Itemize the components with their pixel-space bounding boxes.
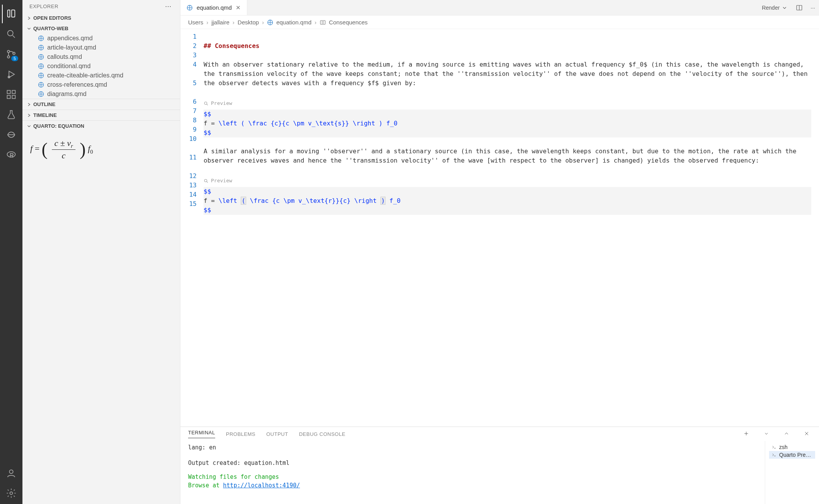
svg-point-1 <box>7 50 10 53</box>
file-item[interactable]: diagrams.qmd <box>32 89 180 99</box>
preview-codelens[interactable]: Preview <box>204 97 811 110</box>
heading-line[interactable]: ## Consequences <box>204 42 260 50</box>
code-line[interactable] <box>204 32 811 41</box>
timeline-label: TIMELINE <box>33 112 57 118</box>
terminal-list-item[interactable]: zsh <box>769 443 815 451</box>
line-numbers: 1 2 3 4 5 6 7 8 9 10 11 12 13 14 15 <box>180 29 204 427</box>
panel-tab-debug-console[interactable]: DEBUG CONSOLE <box>299 431 345 437</box>
quarto-equation-label: QUARTO: EQUATION <box>33 123 84 129</box>
file-list: appendices.qmd article-layout.qmd callou… <box>22 34 180 99</box>
file-label: conditional.qmd <box>47 63 91 70</box>
panel-tab-output[interactable]: OUTPUT <box>266 431 288 437</box>
activity-search-icon[interactable] <box>2 25 21 43</box>
code-line[interactable] <box>204 165 811 175</box>
quarto-file-icon <box>38 91 44 97</box>
activity-explorer-icon[interactable] <box>2 5 21 23</box>
terminal-line: Browse at http://localhost:4190/ <box>188 481 757 490</box>
file-item[interactable]: cross-references.qmd <box>32 80 180 89</box>
file-item[interactable]: appendices.qmd <box>32 34 180 43</box>
svg-rect-7 <box>12 95 15 98</box>
quarto-file-icon <box>187 5 193 11</box>
terminal-dropdown-icon[interactable] <box>762 430 771 438</box>
breadcrumb[interactable]: Users› jjallaire› Desktop› equation.qmd›… <box>180 15 819 29</box>
timeline-header[interactable]: TIMELINE <box>22 110 180 120</box>
svg-rect-8 <box>12 91 15 94</box>
panel-tabs: TERMINAL PROBLEMS OUTPUT DEBUG CONSOLE <box>180 427 819 441</box>
tab-more-icon[interactable]: ··· <box>807 5 819 11</box>
breadcrumb-part[interactable]: jjallaire <box>211 19 230 26</box>
file-item[interactable]: article-layout.qmd <box>32 43 180 52</box>
svg-point-9 <box>7 152 15 157</box>
math-delim[interactable]: $$ <box>204 129 211 136</box>
editor-tab[interactable]: equation.qmd ✕ <box>180 0 247 15</box>
code-content[interactable]: ## Consequences With an observer station… <box>204 29 819 427</box>
open-editors-label: OPEN EDITORS <box>33 15 71 21</box>
panel-tab-problems[interactable]: PROBLEMS <box>226 431 255 437</box>
code-line[interactable] <box>204 215 811 224</box>
quarto-file-icon <box>38 63 44 69</box>
quarto-file-icon <box>38 82 44 88</box>
workspace-header[interactable]: QUARTO-WEB <box>22 23 180 34</box>
file-label: callouts.qmd <box>47 53 82 60</box>
svg-point-11 <box>10 492 13 495</box>
breadcrumb-part[interactable]: Consequences <box>329 19 368 26</box>
panel-tab-terminal[interactable]: TERMINAL <box>188 430 215 438</box>
bottom-panel: TERMINAL PROBLEMS OUTPUT DEBUG CONSOLE l… <box>180 427 819 504</box>
explorer-sidebar: EXPLORER ··· OPEN EDITORS QUARTO-WEB app… <box>22 0 180 504</box>
activity-r-icon[interactable] <box>2 146 21 164</box>
close-tab-icon[interactable]: ✕ <box>236 4 241 11</box>
terminal-list-item[interactable]: Quarto Pre… <box>769 451 815 459</box>
new-terminal-icon[interactable] <box>742 430 751 438</box>
breadcrumb-part[interactable]: Users <box>188 19 203 26</box>
activity-testing-icon[interactable] <box>2 105 21 124</box>
svg-point-23 <box>204 102 207 105</box>
open-editors-header[interactable]: OPEN EDITORS <box>22 13 180 23</box>
sidebar-more-icon[interactable]: ··· <box>163 2 173 10</box>
equation-preview: f = ( c ± vr c ) f0 <box>22 131 180 168</box>
file-item[interactable]: create-citeable-articles.qmd <box>32 71 180 80</box>
quarto-file-icon <box>38 72 44 79</box>
preview-codelens[interactable]: Preview <box>204 175 811 187</box>
terminal-output[interactable]: lang: en Output created: equation.html W… <box>180 441 765 504</box>
activity-settings-gear-icon[interactable] <box>2 484 21 502</box>
code-line[interactable] <box>204 88 811 97</box>
breadcrumb-part[interactable]: Desktop <box>238 19 259 26</box>
file-item[interactable]: conditional.qmd <box>32 62 180 71</box>
paragraph-line[interactable]: With an observer stationary relative to … <box>204 60 811 88</box>
heading-symbol-icon <box>320 19 326 26</box>
math-line[interactable]: f = \left ( \frac {c}{c \pm v_\text{s}} … <box>204 119 811 128</box>
quarto-file-icon <box>38 45 44 51</box>
tab-filename: equation.qmd <box>197 4 232 11</box>
split-editor-icon[interactable] <box>792 4 807 11</box>
file-label: diagrams.qmd <box>47 91 86 98</box>
code-editor[interactable]: 1 2 3 4 5 6 7 8 9 10 11 12 13 14 15 ## C… <box>180 29 819 427</box>
math-delim[interactable]: $$ <box>204 206 211 214</box>
math-delim[interactable]: $$ <box>204 188 211 195</box>
terminal-line: Output created: equation.html <box>188 459 757 467</box>
activity-bar: 5 <box>0 0 22 504</box>
math-line[interactable]: f = \left ( \frac {c \pm v_\text{r}}{c} … <box>204 196 811 206</box>
file-item[interactable]: callouts.qmd <box>32 52 180 62</box>
quarto-file-icon <box>38 35 44 41</box>
terminal-line: Watching files for changes <box>188 473 757 481</box>
paragraph-line[interactable]: A similar analysis for a moving ''observ… <box>204 147 811 165</box>
render-button[interactable]: Render <box>758 4 792 11</box>
code-line[interactable] <box>204 51 811 60</box>
file-label: appendices.qmd <box>47 35 93 42</box>
activity-accounts-icon[interactable] <box>2 464 21 482</box>
outline-header[interactable]: OUTLINE <box>22 99 180 110</box>
quarto-equation-header[interactable]: QUARTO: EQUATION <box>22 120 180 131</box>
code-line[interactable] <box>204 137 811 147</box>
panel-close-icon[interactable] <box>802 430 811 438</box>
activity-remote-icon[interactable] <box>2 125 21 144</box>
breadcrumb-part[interactable]: equation.qmd <box>276 19 312 26</box>
activity-run-debug-icon[interactable] <box>2 65 21 84</box>
terminal-link[interactable]: http://localhost:4190/ <box>223 482 300 489</box>
panel-maximize-icon[interactable] <box>782 430 791 438</box>
file-label: article-layout.qmd <box>47 44 96 51</box>
activity-source-control-icon[interactable]: 5 <box>2 45 21 63</box>
terminal-list: zsh Quarto Pre… <box>765 441 819 504</box>
math-delim[interactable]: $$ <box>204 110 211 118</box>
terminal-line: lang: en <box>188 443 757 452</box>
activity-extensions-icon[interactable] <box>2 85 21 104</box>
